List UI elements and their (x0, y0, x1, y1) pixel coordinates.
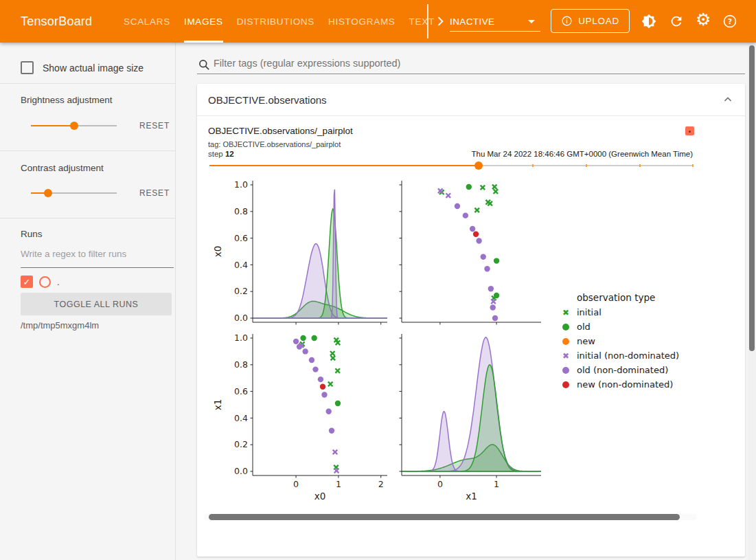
legend-entry: ✖initial (552, 305, 679, 320)
tag-card-title: OBJECTIVE.observations (208, 94, 327, 106)
theme-brightness-icon[interactable] (641, 14, 656, 29)
sidebar-divider (0, 83, 175, 84)
tag-card-header[interactable]: OBJECTIVE.observations (197, 84, 745, 116)
image-title: OBJECTIVE.observations/_pairplot (208, 126, 353, 136)
vertical-scrollbar-thumb[interactable] (749, 45, 755, 351)
horizontal-scrollbar-thumb[interactable] (209, 514, 680, 520)
sidebar-divider (0, 150, 175, 151)
brightness-fill (31, 125, 74, 126)
legend-label: new (non-dominated) (577, 379, 673, 390)
svg-text:x1: x1 (212, 399, 223, 411)
chevron-up-icon[interactable] (722, 93, 734, 106)
legend-entries: ✖initialoldnew✖initial (non-dominated)ol… (552, 305, 679, 392)
chevron-down-icon (528, 20, 535, 23)
step-slider-tick (586, 164, 587, 167)
filter-tags-input[interactable] (214, 58, 639, 69)
runs-filter-input[interactable] (21, 249, 172, 259)
circle-marker-icon (562, 381, 570, 388)
app-header: TensorBoard SCALARSIMAGESDISTRIBUTIONSHI… (0, 0, 756, 43)
legend-entry: ✖initial (non-dominated) (552, 348, 679, 363)
contrast-thumb[interactable] (44, 189, 52, 197)
step-slider-tick (532, 164, 534, 167)
run-color-chip[interactable] (685, 126, 694, 135)
run-state-value: INACTIVE (450, 16, 494, 27)
circle-marker-icon (562, 324, 570, 331)
svg-text:0.6: 0.6 (234, 386, 248, 396)
legend-entry: new (552, 334, 679, 348)
step-value: 12 (225, 150, 234, 158)
upload-button[interactable]: UPLOAD (551, 9, 630, 33)
svg-text:x1: x1 (466, 491, 477, 502)
run-label: . (57, 277, 60, 287)
tag-card: OBJECTIVE.observations OBJECTIVE.observa… (197, 84, 745, 557)
svg-text:x0: x0 (314, 491, 326, 502)
show-actual-size-checkbox[interactable] (21, 61, 34, 74)
settings-gear-icon[interactable]: ⚙ (696, 13, 711, 28)
header-divider (427, 4, 428, 38)
runs-title: Runs (21, 229, 43, 239)
brightness-thumb[interactable] (70, 122, 78, 130)
svg-text:0.8: 0.8 (234, 206, 248, 216)
run-color-swatch[interactable] (39, 276, 51, 288)
step-timestamp: Thu Mar 24 2022 18:46:46 GMT+0000 (Green… (472, 150, 693, 158)
tab-text[interactable]: TEXT (409, 0, 435, 43)
step-slider-tick (639, 164, 641, 167)
svg-text:0.2: 0.2 (234, 439, 248, 449)
svg-text:1.0: 1.0 (234, 333, 248, 343)
step-slider-tick (692, 164, 694, 167)
circle-marker-icon (562, 367, 570, 374)
horizontal-scrollbar[interactable] (204, 514, 697, 520)
circle-marker-icon (562, 338, 570, 345)
plot-legend: observation type ✖initialoldnew✖initial … (552, 290, 679, 392)
tab-histograms[interactable]: HISTOGRAMS (328, 0, 396, 43)
toggle-all-runs-button[interactable]: TOGGLE ALL RUNS (21, 293, 172, 315)
svg-text:?: ? (728, 17, 732, 25)
contrast-reset-button[interactable]: RESET (139, 188, 170, 198)
step-slider-thumb[interactable] (474, 161, 483, 170)
legend-label: initial (non-dominated) (577, 350, 679, 361)
svg-text:0: 0 (437, 479, 443, 489)
x-marker-icon: ✖ (562, 352, 570, 360)
legend-entry: new (non-dominated) (552, 377, 679, 392)
upload-label: UPLOAD (578, 16, 619, 26)
run-checkbox[interactable]: ✓ (21, 276, 33, 288)
sidebar: Show actual image size Brightness adjust… (0, 43, 176, 560)
step-indicator: step 12 (208, 150, 234, 158)
refresh-icon[interactable] (669, 14, 684, 29)
svg-text:1: 1 (494, 479, 499, 489)
svg-text:2: 2 (378, 479, 384, 489)
svg-text:0.8: 0.8 (234, 359, 248, 370)
svg-text:0: 0 (293, 479, 299, 489)
vertical-scrollbar[interactable] (748, 43, 756, 560)
run-state-select[interactable]: INACTIVE (450, 12, 540, 32)
svg-text:0.0: 0.0 (234, 313, 248, 323)
help-icon[interactable]: ? (722, 14, 737, 29)
tab-scalars[interactable]: SCALARS (124, 0, 170, 43)
brightness-slider[interactable] (31, 122, 117, 130)
contrast-slider[interactable] (31, 189, 117, 197)
tab-images[interactable]: IMAGES (184, 0, 223, 43)
svg-text:0.4: 0.4 (234, 260, 248, 270)
tab-distributions[interactable]: DISTRIBUTIONS (237, 0, 314, 43)
legend-entry: old (552, 320, 679, 334)
step-slider-fill (209, 165, 479, 166)
contrast-label: Contrast adjustment (21, 163, 104, 173)
brightness-reset-button[interactable]: RESET (139, 121, 170, 131)
svg-text:1.0: 1.0 (234, 179, 248, 190)
nav-tabs: SCALARSIMAGESDISTRIBUTIONSHISTOGRAMSTEXT (124, 0, 435, 43)
app-title: TensorBoard (21, 0, 92, 43)
log-directory-path: /tmp/tmp5mxgm4lm (21, 320, 99, 331)
svg-text:0.6: 0.6 (234, 233, 248, 243)
info-icon (561, 15, 573, 27)
svg-text:0.0: 0.0 (234, 466, 248, 476)
legend-label: initial (577, 307, 602, 317)
x-marker-icon: ✖ (562, 309, 570, 317)
filter-tags-underline (197, 74, 745, 74)
svg-text:0.2: 0.2 (234, 286, 248, 296)
legend-entry: old (non-dominated) (552, 363, 679, 377)
svg-text:x0: x0 (212, 246, 223, 258)
runs-filter-underline (21, 267, 174, 268)
chevron-right-icon[interactable] (433, 14, 447, 28)
svg-text:1: 1 (336, 479, 341, 489)
step-slider[interactable] (209, 161, 694, 170)
